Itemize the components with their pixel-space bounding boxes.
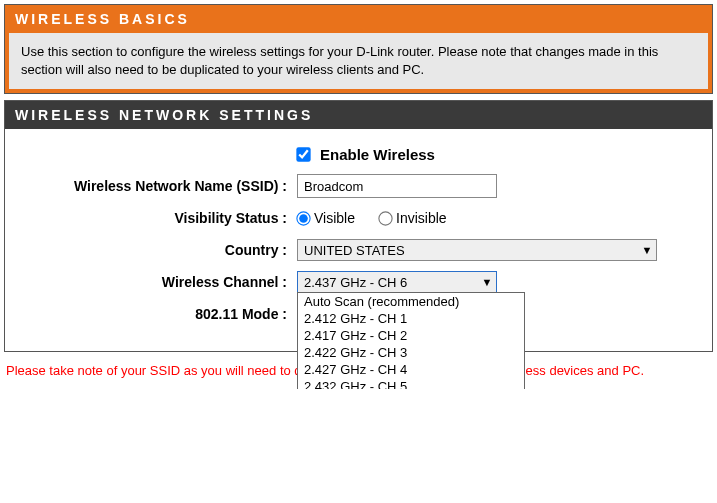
country-label: Country :	[17, 242, 297, 258]
channel-option[interactable]: 2.422 GHz - CH 3	[298, 344, 524, 361]
channel-selected-text: 2.437 GHz - CH 6	[298, 275, 478, 290]
channel-option[interactable]: 2.427 GHz - CH 4	[298, 361, 524, 378]
row-channel: Wireless Channel : 2.437 GHz - CH 6 ▼ Au…	[17, 269, 700, 295]
channel-option[interactable]: 2.412 GHz - CH 1	[298, 310, 524, 327]
country-selected-text: UNITED STATES	[298, 243, 638, 258]
chevron-down-icon: ▼	[478, 276, 496, 288]
channel-option[interactable]: 2.417 GHz - CH 2	[298, 327, 524, 344]
ssid-label: Wireless Network Name (SSID) :	[17, 178, 297, 194]
wireless-basics-section: WIRELESS BASICS Use this section to conf…	[4, 4, 713, 94]
country-select[interactable]: UNITED STATES ▼	[297, 239, 657, 261]
ssid-input[interactable]	[297, 174, 497, 198]
wireless-settings-header: WIRELESS NETWORK SETTINGS	[5, 101, 712, 129]
row-visibility: Visibility Status : Visible Invisible	[17, 205, 700, 231]
channel-option[interactable]: 2.432 GHz - CH 5	[298, 378, 524, 388]
wireless-settings-body: Enable Wireless Wireless Network Name (S…	[5, 129, 712, 351]
visibility-label: Visibility Status :	[17, 210, 297, 226]
visibility-visible-text: Visible	[314, 210, 355, 226]
enable-wireless-checkbox[interactable]	[296, 147, 310, 161]
visibility-invisible-radio[interactable]	[378, 211, 392, 225]
enable-wireless-label: Enable Wireless	[320, 146, 435, 163]
visibility-invisible-text: Invisible	[396, 210, 447, 226]
wireless-basics-header: WIRELESS BASICS	[5, 5, 712, 33]
row-ssid: Wireless Network Name (SSID) :	[17, 173, 700, 199]
wireless-basics-text: Use this section to configure the wirele…	[5, 33, 712, 93]
chevron-down-icon: ▼	[638, 244, 656, 256]
wireless-settings-section: WIRELESS NETWORK SETTINGS Enable Wireles…	[4, 100, 713, 352]
row-country: Country : UNITED STATES ▼	[17, 237, 700, 263]
channel-select[interactable]: 2.437 GHz - CH 6 ▼ Auto Scan (recommende…	[297, 271, 497, 293]
channel-option[interactable]: Auto Scan (recommended)	[298, 293, 524, 310]
row-enable-wireless: Enable Wireless	[17, 141, 700, 167]
mode-label: 802.11 Mode :	[17, 306, 297, 322]
channel-label: Wireless Channel :	[17, 274, 297, 290]
visibility-visible-radio[interactable]	[296, 211, 310, 225]
channel-dropdown-list[interactable]: Auto Scan (recommended)2.412 GHz - CH 12…	[297, 292, 525, 388]
